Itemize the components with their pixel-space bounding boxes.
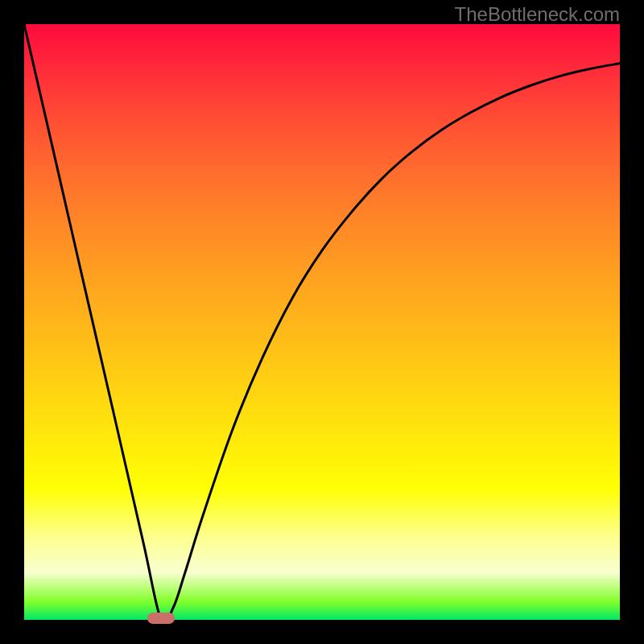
min-marker: [147, 613, 175, 624]
bottleneck-curve: [24, 24, 620, 620]
watermark-text: TheBottleneck.com: [455, 3, 620, 26]
curve-svg: [24, 24, 620, 620]
plot-area: [24, 24, 620, 620]
chart-frame: TheBottleneck.com: [0, 0, 644, 644]
